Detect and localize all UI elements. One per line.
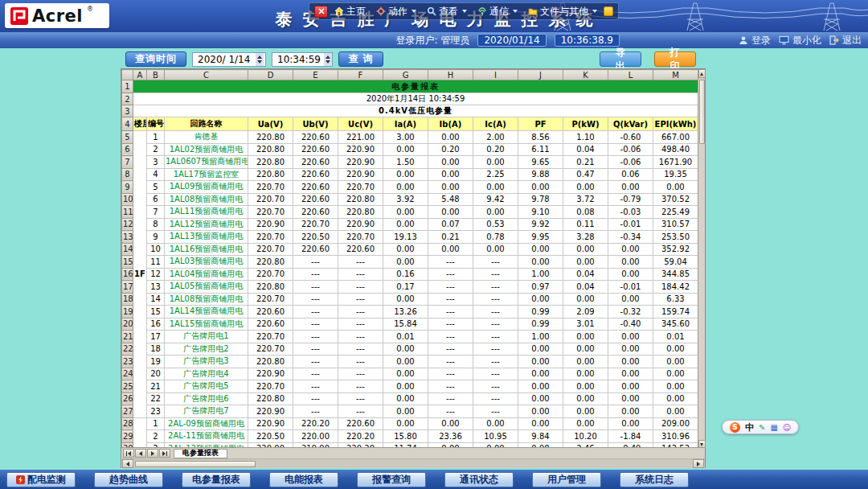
value-cell[interactable]: --- bbox=[338, 306, 383, 318]
value-cell[interactable]: 220.70 bbox=[293, 218, 338, 231]
row-number[interactable]: 28 bbox=[122, 417, 133, 430]
toolbar-extra-icon[interactable] bbox=[604, 6, 613, 16]
column-header-cell[interactable]: Ub(V) bbox=[293, 117, 338, 131]
value-cell[interactable]: 0.00 bbox=[383, 143, 428, 156]
column-letter[interactable]: B bbox=[147, 70, 165, 80]
value-cell[interactable]: 0.00 bbox=[428, 206, 473, 219]
column-header-cell[interactable]: Ic(A) bbox=[473, 117, 518, 131]
value-cell[interactable]: 344.85 bbox=[653, 268, 698, 281]
column-letter[interactable]: A bbox=[133, 70, 147, 80]
value-cell[interactable]: 0.20 bbox=[473, 143, 518, 156]
row-number[interactable]: 16 bbox=[122, 268, 133, 281]
value-cell[interactable]: 3.28 bbox=[563, 231, 608, 244]
value-cell[interactable]: 0.99 bbox=[518, 318, 563, 331]
floor-cell[interactable] bbox=[133, 256, 147, 269]
value-cell[interactable]: 0.00 bbox=[428, 156, 473, 169]
circuit-name-cell[interactable]: 1AL14预留商铺用电 bbox=[165, 306, 248, 318]
value-cell[interactable]: 9.10 bbox=[518, 206, 563, 219]
row-number[interactable]: 12 bbox=[122, 218, 133, 231]
value-cell[interactable]: 0.00 bbox=[518, 380, 563, 393]
value-cell[interactable]: --- bbox=[428, 318, 473, 331]
value-cell[interactable]: 0.00 bbox=[383, 343, 428, 355]
menu-home[interactable]: 主页 bbox=[330, 4, 370, 18]
floor-cell[interactable] bbox=[133, 392, 147, 405]
value-cell[interactable]: --- bbox=[338, 380, 383, 393]
value-cell[interactable]: 0.00 bbox=[563, 405, 608, 418]
ime-keyboard-icon[interactable]: ▦ bbox=[770, 423, 777, 432]
value-cell[interactable]: 0.07 bbox=[428, 218, 473, 231]
value-cell[interactable]: --- bbox=[473, 293, 518, 306]
value-cell[interactable]: 220.20 bbox=[293, 417, 338, 430]
value-cell[interactable]: 1.10 bbox=[563, 131, 608, 144]
column-letter[interactable]: G bbox=[383, 70, 428, 80]
value-cell[interactable]: 0.47 bbox=[563, 168, 608, 181]
circuit-name-cell[interactable]: 1AL0607预留商铺用电 bbox=[165, 156, 248, 169]
exit-button[interactable]: 退出 bbox=[829, 34, 862, 47]
spinner-up-icon[interactable] bbox=[326, 55, 330, 59]
scroll-right-button[interactable] bbox=[693, 459, 704, 468]
circuit-name-cell[interactable]: 广告牌用电7 bbox=[165, 405, 248, 418]
value-cell[interactable]: 0.00 bbox=[563, 256, 608, 269]
value-cell[interactable]: 13.26 bbox=[383, 306, 428, 318]
value-cell[interactable]: 3.01 bbox=[563, 318, 608, 331]
value-cell[interactable]: 220.20 bbox=[338, 430, 383, 443]
value-cell[interactable]: 0.00 bbox=[608, 380, 653, 393]
circuit-number-cell[interactable]: 1 bbox=[147, 131, 165, 144]
value-cell[interactable]: 5.48 bbox=[428, 193, 473, 206]
value-cell[interactable]: 221.00 bbox=[338, 131, 383, 144]
menu-communication[interactable]: 通信 bbox=[473, 4, 522, 18]
value-cell[interactable]: 0.00 bbox=[608, 331, 653, 343]
circuit-name-cell[interactable]: 1AL11预留商铺用电 bbox=[165, 206, 248, 219]
value-cell[interactable]: 9.92 bbox=[518, 218, 563, 231]
value-cell[interactable]: 220.80 bbox=[248, 256, 293, 269]
value-cell[interactable]: 0.00 bbox=[653, 380, 698, 393]
value-cell[interactable]: --- bbox=[338, 318, 383, 331]
value-cell[interactable]: 0.00 bbox=[428, 131, 473, 144]
value-cell[interactable]: --- bbox=[428, 293, 473, 306]
value-cell[interactable]: 0.00 bbox=[518, 343, 563, 355]
value-cell[interactable]: 0.06 bbox=[608, 168, 653, 181]
row-number[interactable]: 5 bbox=[122, 131, 133, 144]
circuit-name-cell[interactable]: 1AL08预留商铺用电 bbox=[165, 193, 248, 206]
value-cell[interactable]: 0.00 bbox=[608, 355, 653, 368]
circuit-number-cell[interactable]: 8 bbox=[147, 218, 165, 231]
value-cell[interactable]: 220.90 bbox=[338, 168, 383, 181]
value-cell[interactable]: 220.80 bbox=[248, 355, 293, 368]
column-header-cell[interactable]: PF bbox=[518, 117, 563, 131]
value-cell[interactable]: 0.00 bbox=[383, 380, 428, 393]
circuit-name-cell[interactable]: 广告牌用电2 bbox=[165, 343, 248, 355]
value-cell[interactable]: 0.17 bbox=[383, 281, 428, 294]
circuit-number-cell[interactable]: 5 bbox=[147, 181, 165, 194]
value-cell[interactable]: -0.01 bbox=[608, 218, 653, 231]
value-cell[interactable]: 0.00 bbox=[608, 293, 653, 306]
menu-action[interactable]: 动作 bbox=[372, 4, 420, 18]
value-cell[interactable]: 220.60 bbox=[248, 318, 293, 331]
value-cell[interactable]: 0.00 bbox=[653, 368, 698, 380]
circuit-name-cell[interactable]: 1AL03预留商铺用电 bbox=[165, 256, 248, 269]
row-number[interactable]: 27 bbox=[122, 405, 133, 418]
value-cell[interactable]: 220.80 bbox=[248, 156, 293, 169]
taskbar-button-distribution-monitor[interactable]: 配电监测 bbox=[6, 472, 76, 487]
value-cell[interactable]: 220.70 bbox=[248, 380, 293, 393]
value-cell[interactable]: 0.00 bbox=[518, 355, 563, 368]
value-cell[interactable]: 0.00 bbox=[608, 343, 653, 355]
floor-cell[interactable] bbox=[133, 355, 147, 368]
value-cell[interactable]: 1.00 bbox=[518, 331, 563, 343]
value-cell[interactable]: 0.00 bbox=[563, 380, 608, 393]
value-cell[interactable]: 9.42 bbox=[473, 193, 518, 206]
circuit-name-cell[interactable]: 1AL12预留商铺用电 bbox=[165, 218, 248, 231]
value-cell[interactable]: --- bbox=[473, 268, 518, 281]
value-cell[interactable]: 0.00 bbox=[653, 405, 698, 418]
value-cell[interactable]: 0.00 bbox=[563, 243, 608, 256]
value-cell[interactable]: 0.00 bbox=[608, 181, 653, 194]
circuit-number-cell[interactable]: 11 bbox=[147, 256, 165, 269]
value-cell[interactable]: 0.00 bbox=[518, 392, 563, 405]
tab-prev-button[interactable] bbox=[135, 449, 146, 458]
minimize-button[interactable]: 最小化 bbox=[779, 34, 821, 47]
spinner-down-icon[interactable] bbox=[257, 60, 262, 64]
value-cell[interactable]: 0.00 bbox=[563, 343, 608, 355]
value-cell[interactable]: 0.00 bbox=[653, 355, 698, 368]
circuit-name-cell[interactable]: 广告牌用电4 bbox=[165, 368, 248, 380]
circuit-name-cell[interactable]: 1AL17预留监控室 bbox=[165, 168, 248, 181]
value-cell[interactable]: 0.08 bbox=[563, 206, 608, 219]
